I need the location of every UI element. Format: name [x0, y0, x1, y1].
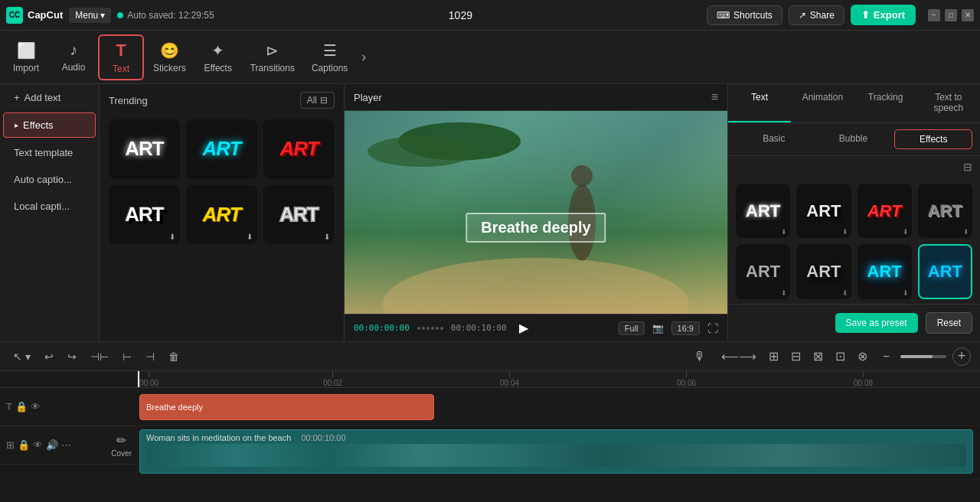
- right-effect-3[interactable]: ART ⬇: [918, 184, 972, 238]
- stickers-icon: 😊: [160, 41, 179, 60]
- video-track-visibility-icon[interactable]: 👁: [33, 439, 43, 451]
- right-subtab-effects[interactable]: Effects: [894, 129, 972, 149]
- right-effect-7[interactable]: ART: [918, 244, 972, 298]
- right-effect-0[interactable]: ART ⬇: [736, 184, 790, 238]
- right-effects-grid: ART ⬇ ART ⬇ ART ⬇ ART ⬇ ART ⬇ ART ⬇: [728, 178, 980, 304]
- tab-text[interactable]: T Text: [98, 34, 144, 80]
- center-panel: Trending All ⊟ ART ART ART ART ⬇ ART: [100, 84, 345, 341]
- ruler-spacer: [0, 371, 138, 388]
- effect-card-3[interactable]: ART ⬇: [109, 185, 180, 245]
- video-track-audio-icon[interactable]: 🔊: [46, 439, 58, 451]
- left-panel-local-caption[interactable]: Local capti...: [3, 194, 96, 218]
- right-tab-animation[interactable]: Animation: [791, 84, 854, 122]
- text-icon: T: [116, 41, 126, 60]
- effect-card-2[interactable]: ART: [263, 119, 335, 179]
- tab-more-button[interactable]: ›: [357, 41, 371, 73]
- text-track-type-icon: T: [6, 401, 12, 412]
- export-button[interactable]: ⬆ Export: [851, 5, 916, 25]
- left-panel-add-text[interactable]: + Add text: [3, 86, 96, 109]
- tl-icon-5[interactable]: ⊡: [831, 347, 850, 366]
- tab-captions[interactable]: ☰ Captions: [304, 37, 355, 78]
- fullscreen-button[interactable]: ⛶: [707, 322, 718, 334]
- playhead[interactable]: [138, 371, 139, 387]
- zoom-slider[interactable]: [900, 355, 946, 358]
- minimize-button[interactable]: −: [928, 9, 940, 21]
- save-preset-button[interactable]: Save as preset: [835, 313, 918, 333]
- reset-button[interactable]: Reset: [926, 312, 972, 334]
- undo-button[interactable]: ↩: [41, 348, 57, 365]
- effects-grid: ART ART ART ART ⬇ ART ⬇ ART ⬇: [100, 113, 344, 250]
- effects-icon: ✦: [211, 41, 224, 60]
- app-logo: CC CapCut: [6, 7, 63, 24]
- effect-card-4[interactable]: ART ⬇: [186, 185, 257, 245]
- player-area: Player ≡: [345, 84, 727, 341]
- tab-audio[interactable]: ♪ Audio: [51, 37, 96, 77]
- trending-label: Trending: [109, 95, 148, 106]
- screenshot-button[interactable]: 📷: [652, 323, 664, 334]
- add-track-button[interactable]: +: [952, 347, 971, 366]
- cover-label: ✏ Cover: [111, 433, 132, 458]
- maximize-button[interactable]: □: [945, 9, 957, 21]
- video-track-lock-icon[interactable]: 🔒: [18, 439, 30, 451]
- full-badge[interactable]: Full: [619, 321, 645, 335]
- text-track-lock-icon[interactable]: 🔒: [15, 401, 28, 412]
- delete-button[interactable]: 🗑: [165, 348, 183, 365]
- tl-icon-4[interactable]: ⊠: [808, 347, 828, 366]
- all-filter-button[interactable]: All ⊟: [300, 92, 335, 109]
- timeline-icon-group: ⟵⟶ ⊞ ⊟ ⊠ ⊡ ⊗: [717, 347, 872, 366]
- redo-button[interactable]: ↪: [64, 348, 80, 365]
- shortcuts-button[interactable]: ⌨ Shortcuts: [707, 5, 782, 25]
- tab-import[interactable]: ⬜ Import: [3, 37, 49, 78]
- video-clip[interactable]: Woman sits in meditation on the beach 00…: [139, 429, 973, 474]
- player-title: Player: [354, 92, 382, 103]
- tab-effects[interactable]: ✦ Effects: [195, 37, 241, 78]
- video-track-more-icon[interactable]: ⋯: [61, 439, 71, 451]
- left-panel-text-template[interactable]: Text template: [3, 141, 96, 165]
- ratio-badge[interactable]: 16:9: [671, 321, 700, 335]
- tl-icon-3[interactable]: ⊟: [786, 347, 805, 366]
- tab-transitions[interactable]: ⊳ Transitions: [243, 37, 302, 78]
- right-effect-5[interactable]: ART ⬇: [796, 244, 851, 298]
- menu-button[interactable]: Menu ▾: [69, 8, 111, 23]
- tl-icon-2[interactable]: ⊞: [764, 347, 783, 366]
- select-tool[interactable]: ↖ ▾: [9, 348, 34, 365]
- trim-right-button[interactable]: ⊣: [142, 348, 158, 365]
- split-button[interactable]: ⊣⊢: [87, 348, 113, 365]
- text-track-visibility-icon[interactable]: 👁: [31, 401, 41, 412]
- center-panel-header: Trending All ⊟: [100, 84, 344, 113]
- text-clip[interactable]: Breathe deeply: [139, 394, 434, 420]
- right-subtab-basic[interactable]: Basic: [736, 129, 812, 149]
- download-r0-icon: ⬇: [781, 228, 787, 236]
- share-button[interactable]: ↗ Share: [789, 5, 844, 25]
- tab-stickers[interactable]: 😊 Stickers: [145, 37, 194, 78]
- trim-left-button[interactable]: ⊢: [119, 348, 136, 365]
- right-subtab-bubble[interactable]: Bubble: [815, 129, 892, 149]
- download-icon-4: ⬇: [247, 233, 253, 241]
- play-button[interactable]: ▶: [514, 321, 533, 335]
- autosave-status: Auto saved: 12:29:55: [117, 10, 214, 21]
- right-tab-tracking[interactable]: Tracking: [854, 84, 917, 122]
- effects-arrow-icon: ▸: [15, 121, 18, 129]
- right-effect-2[interactable]: ART ⬇: [858, 184, 912, 238]
- tl-icon-6[interactable]: ⊗: [853, 347, 872, 366]
- right-effect-4[interactable]: ART ⬇: [736, 244, 790, 298]
- right-effect-1[interactable]: ART ⬇: [796, 184, 851, 238]
- effect-card-1[interactable]: ART: [186, 119, 257, 179]
- right-tab-text[interactable]: Text: [728, 84, 791, 122]
- mic-button[interactable]: 🎙: [689, 347, 710, 366]
- tl-icon-1[interactable]: ⟵⟶: [717, 347, 761, 366]
- right-effect-6[interactable]: ART ⬇: [858, 244, 912, 298]
- right-bottom: Save as preset Reset: [728, 304, 980, 341]
- effect-card-5[interactable]: ART ⬇: [263, 185, 335, 245]
- right-filter-icon[interactable]: ⊟: [963, 161, 972, 173]
- effect-card-0[interactable]: ART: [109, 119, 180, 179]
- close-button[interactable]: ✕: [962, 9, 974, 21]
- zoom-out-button[interactable]: −: [878, 347, 894, 366]
- player-menu-icon[interactable]: ≡: [711, 90, 718, 104]
- ruler-mark-2: 00:04: [500, 371, 519, 387]
- right-tab-tts[interactable]: Text to speech: [917, 84, 980, 122]
- left-panel-effects[interactable]: ▸ Effects: [3, 112, 96, 138]
- left-panel-auto-caption[interactable]: Auto captio...: [3, 168, 96, 191]
- right-sub-tabs: Basic Bubble Effects: [728, 123, 980, 156]
- text-track-icons: T 🔒 👁: [6, 401, 41, 412]
